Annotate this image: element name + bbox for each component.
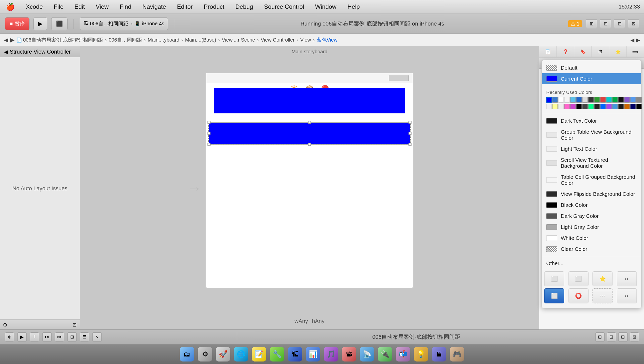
swatch-near-black[interactable] — [618, 104, 624, 109]
scheme-selector[interactable]: 🏗 006自…相同间距 › 📱 iPhone 4s — [80, 17, 168, 30]
swatch-cyan[interactable] — [570, 97, 576, 103]
breadcrumb-item-3[interactable]: Main....yboard — [148, 37, 180, 43]
swatch-gray[interactable] — [636, 97, 642, 103]
blue-bar-selected[interactable] — [209, 122, 410, 145]
dock-safari[interactable]: 🌐 — [234, 347, 248, 361]
bottom-size2-btn[interactable]: ⊟ — [618, 332, 628, 341]
color-table-cell[interactable]: Table Cell Grouped Background Color — [542, 171, 641, 189]
dock-app-green2[interactable]: 🔌 — [378, 347, 392, 361]
record-button[interactable]: ⬛ — [51, 17, 68, 30]
dock-notes[interactable]: 📝 — [252, 347, 266, 361]
color-dark-gray[interactable]: Dark Gray Color — [542, 211, 641, 222]
layout-icon-btn-2[interactable]: ⊡ — [600, 19, 611, 28]
panel-btn-1[interactable]: ⬜ — [544, 271, 564, 286]
rp-btn-help[interactable]: ❓ — [557, 46, 574, 57]
swatch-darkblue[interactable] — [576, 97, 582, 103]
color-other[interactable]: Other... — [542, 258, 641, 269]
dock-app-tan[interactable]: 🎮 — [450, 347, 464, 361]
menu-source-control[interactable]: Source Control — [262, 2, 306, 11]
breadcrumb-item-4[interactable]: Main....(Base) — [185, 37, 216, 43]
panel-btn-3[interactable]: ⭐ — [592, 271, 612, 286]
handle-bl[interactable] — [208, 143, 210, 146]
color-group-table[interactable]: Group Table View Background Color — [542, 126, 641, 143]
sidebar-bottom-icon[interactable]: ⊕ — [3, 322, 7, 328]
handle-tc[interactable] — [308, 121, 311, 124]
bottom-size-btn[interactable]: ⊡ — [607, 332, 616, 341]
handle-mr[interactable] — [408, 132, 412, 135]
bottom-play-btn[interactable]: ▶ — [18, 332, 26, 341]
color-view-flipside[interactable]: View Flipside Background Color — [542, 189, 641, 200]
apple-menu[interactable]: 🍎 — [4, 2, 17, 12]
color-light-gray[interactable]: Light Gray Color — [542, 222, 641, 233]
menu-edit[interactable]: Edit — [72, 2, 87, 11]
swatch-ee[interactable] — [558, 104, 564, 109]
rp-btn-star[interactable]: ⭐ — [609, 46, 627, 57]
dock-app-blue[interactable]: 📊 — [306, 347, 320, 361]
swatch-bright-blue[interactable] — [600, 104, 606, 109]
rp-btn-bookmark[interactable]: 🔖 — [574, 46, 592, 57]
menu-window[interactable]: Window — [313, 2, 338, 11]
swatch-pink[interactable] — [564, 104, 570, 109]
layout-icon-btn-1[interactable]: ⊞ — [586, 19, 597, 28]
canvas-area[interactable]: Main.storyboard 🔆 📦 🔴 — [80, 46, 539, 329]
swatch-white[interactable] — [558, 97, 564, 103]
swatch-navy[interactable] — [630, 104, 636, 109]
swatch-orange[interactable] — [624, 104, 630, 109]
color-clear[interactable]: Clear Color — [542, 244, 641, 255]
breadcrumb-item-1[interactable]: 📄 006自动布局案例-底部按钮相同间距 — [16, 37, 103, 43]
color-scroll-view[interactable]: Scroll View Textured Background Color — [542, 154, 641, 171]
bottom-fit-btn[interactable]: ⊠ — [630, 332, 639, 341]
rp-btn-history[interactable]: ⏱ — [592, 46, 609, 57]
dock-app-green[interactable]: 🔧 — [270, 347, 284, 361]
dock-finder[interactable]: 🗂 — [180, 347, 194, 361]
menu-help[interactable]: Help — [346, 2, 362, 11]
swatch-sky[interactable] — [612, 104, 618, 109]
handle-tr[interactable] — [408, 121, 412, 124]
swatch-darkgray[interactable] — [588, 97, 594, 103]
bottom-add-btn[interactable]: ⊕ — [5, 332, 14, 341]
handle-bc[interactable] — [308, 143, 311, 146]
swatch-violet[interactable] — [606, 104, 612, 109]
breadcrumb-item-6[interactable]: View Controller — [261, 37, 294, 43]
handle-br[interactable] — [408, 143, 412, 146]
swatch-teal[interactable] — [606, 97, 612, 103]
color-light-text[interactable]: Light Text Color — [542, 143, 641, 154]
swatch-purple[interactable] — [624, 97, 630, 103]
swatch-red[interactable] — [600, 97, 606, 103]
breadcrumb-item-2[interactable]: 006自…同间距 — [109, 37, 142, 43]
layout-icon-btn-3[interactable]: ⊟ — [614, 19, 625, 28]
swatch-dark2[interactable] — [594, 104, 600, 109]
swatch-black3[interactable] — [636, 104, 642, 109]
warning-badge[interactable]: ⚠ 1 — [568, 20, 582, 27]
dock-app-purple[interactable]: 🎵 — [324, 347, 338, 361]
dock-app-red[interactable]: 📽 — [342, 347, 356, 361]
bottom-layers-btn[interactable]: ☰ — [80, 332, 89, 341]
menu-debug[interactable]: Debug — [234, 2, 255, 11]
stop-button[interactable]: ■ 暂停 — [5, 17, 30, 30]
swatch-blue2[interactable] — [552, 97, 558, 103]
dock-app-gold[interactable]: 💡 — [414, 347, 428, 361]
swatch-green[interactable] — [594, 97, 600, 103]
swatch-blue3[interactable] — [630, 97, 636, 103]
menu-xcode[interactable]: Xcode — [24, 2, 45, 11]
sidebar-back-icon[interactable]: ◀ — [4, 49, 8, 55]
breadcrumb-item-5[interactable]: View....r Scene — [222, 37, 255, 43]
nav-prev-icon[interactable]: ◀ — [630, 37, 634, 43]
dock-xcode[interactable]: 🏗 — [288, 347, 302, 361]
breadcrumb-item-7[interactable]: View — [300, 37, 311, 43]
panel-btn-6[interactable]: ⭕ — [568, 288, 588, 303]
color-dark-text[interactable]: Dark Text Color — [542, 115, 641, 126]
panel-btn-5[interactable]: ⬜ — [544, 288, 564, 303]
menu-product[interactable]: Product — [202, 2, 226, 11]
dock-system-prefs[interactable]: ⚙ — [198, 347, 212, 361]
swatch-light[interactable] — [564, 97, 570, 103]
panel-btn-4[interactable]: ↔ — [617, 271, 637, 286]
color-black[interactable]: Black Color — [542, 200, 641, 211]
dock-app-skyblue[interactable]: 📡 — [360, 347, 374, 361]
blue-bar-top[interactable] — [214, 88, 405, 113]
dock-app-indigo[interactable]: 🖥 — [432, 347, 446, 361]
swatch-lgray[interactable] — [582, 97, 588, 103]
swatch-magenta[interactable] — [570, 104, 576, 109]
sidebar-frame-icon[interactable]: ⊡ — [72, 322, 77, 328]
dock-app-violet[interactable]: 📬 — [396, 347, 410, 361]
